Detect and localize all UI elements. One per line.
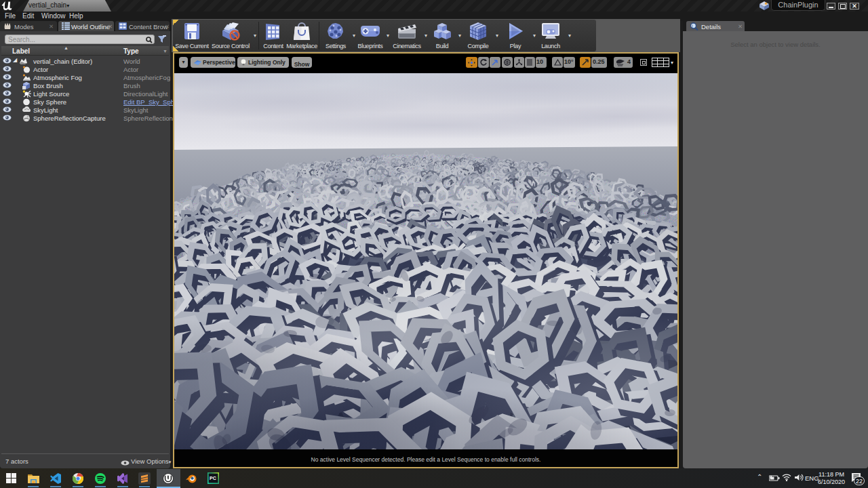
svg-text:i: i bbox=[692, 24, 692, 28]
svg-text:PC: PC bbox=[210, 476, 216, 481]
